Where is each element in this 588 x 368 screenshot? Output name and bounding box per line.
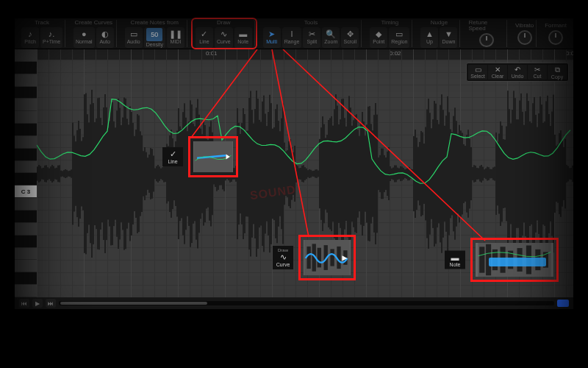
draw-curve-button[interactable]: ∿Curve	[215, 27, 233, 48]
group-title-vibrato: Vibrato	[515, 23, 534, 29]
formant-knob[interactable]	[548, 30, 563, 45]
vibrato-knob[interactable]	[517, 30, 532, 45]
transport-forward[interactable]: ⏭	[46, 299, 56, 308]
callout-note-tag: ▬Note	[445, 251, 465, 269]
draw-line-button[interactable]: ✓Line	[196, 27, 213, 48]
curve-icon: ∿	[280, 252, 287, 262]
group-track: Track ♪Pitch ♪.P+Time	[19, 20, 65, 47]
group-timing: Timing ◆Point ▭Region	[368, 20, 412, 47]
group-title-retune: Retune Speed	[468, 20, 504, 32]
group-create-curves: Create Curves ●Normal ◐Auto	[71, 20, 117, 47]
notes-audio-button[interactable]: ▭Audio	[125, 27, 143, 48]
group-title-nudge: Nudge	[431, 20, 448, 26]
tool-split-button[interactable]: ✂Split	[303, 27, 320, 48]
action-clear[interactable]: ✕Clear	[488, 65, 507, 79]
tool-scroll-button[interactable]: ✥Scroll	[341, 27, 359, 48]
tool-range-button[interactable]: IRange	[282, 27, 302, 48]
group-title-timing: Timing	[381, 20, 399, 26]
svg-rect-372	[306, 247, 310, 269]
svg-rect-374	[318, 248, 321, 268]
transport-bar: ⏮ ▶ ⏭	[15, 297, 573, 309]
callout-curve: Draw∿Curve	[298, 235, 356, 280]
svg-rect-381	[479, 247, 484, 272]
callout-curve-preview	[304, 240, 351, 275]
group-title-draw: Draw	[217, 20, 231, 26]
action-copy[interactable]: ⧉Copy	[548, 65, 567, 79]
group-retune: Retune Speed	[466, 20, 507, 47]
line-icon: ✓	[170, 149, 176, 159]
group-title-tools: Tools	[304, 20, 318, 26]
draw-note-button[interactable]: ▬Note	[234, 27, 252, 48]
transport-rewind[interactable]: ⏮	[19, 299, 29, 308]
group-title-formant: Formant	[545, 23, 567, 29]
callout-line-tag: ✓Line	[162, 147, 183, 166]
group-nudge: Nudge ▲Up ▼Down	[418, 20, 460, 47]
note-icon: ▬	[451, 253, 459, 262]
toolbar: Track ♪Pitch ♪.P+Time Create Curves ●Nor…	[15, 18, 573, 49]
editor-canvas[interactable]: 0:01 0:02 0:03 ▭Select ✕Clear ↶Undo ✂Cut…	[37, 49, 573, 297]
callout-curve-tag: Draw∿Curve	[273, 246, 293, 269]
track-ptime-button[interactable]: ♪.P+Time	[40, 27, 62, 48]
nudge-down-button[interactable]: ▼Down	[440, 27, 457, 48]
track-pitch-button[interactable]: ♪Pitch	[21, 27, 39, 48]
curves-normal-button[interactable]: ●Normal	[74, 27, 95, 48]
nudge-up-button[interactable]: ▲Up	[420, 27, 438, 48]
retune-speed-knob[interactable]	[479, 33, 494, 47]
callout-note-preview	[476, 243, 553, 277]
scrollbar-thumb[interactable]	[60, 302, 207, 305]
tool-zoom-button[interactable]: 🔍Zoom	[322, 27, 340, 48]
group-draw: Draw ✓Line ∿Curve ▬Note	[193, 20, 255, 47]
action-bar: ▭Select ✕Clear ↶Undo ✂Cut ⧉Copy	[466, 63, 569, 82]
group-formant: Formant	[542, 20, 569, 47]
end-marker[interactable]	[557, 300, 569, 307]
action-select[interactable]: ▭Select	[468, 65, 487, 79]
note-clip	[489, 258, 546, 266]
key-c3[interactable]: C 3	[15, 185, 37, 198]
callout-note: ▬Note	[470, 238, 559, 282]
svg-rect-376	[330, 249, 334, 266]
main-area: C 3 0:01 0:02 0:03 ▭Select ✕Clear ↶Undo …	[15, 49, 573, 297]
tool-multi-button[interactable]: ➤Multi	[263, 27, 281, 48]
group-create-notes: Create Notes from ▭Audio 50Density ❚❚MID…	[123, 20, 187, 47]
action-undo[interactable]: ↶Undo	[508, 65, 527, 79]
piano-roll[interactable]: C 3	[15, 49, 37, 297]
group-title-track: Track	[35, 20, 49, 26]
group-title-curves: Create Curves	[75, 20, 113, 26]
timing-point-button[interactable]: ◆Point	[370, 27, 387, 48]
group-tools: Tools ➤Multi IRange ✂Split 🔍Zoom ✥Scroll	[261, 20, 362, 47]
transport-play[interactable]: ▶	[32, 299, 43, 308]
svg-rect-377	[337, 247, 340, 269]
timing-region-button[interactable]: ▭Region	[389, 27, 409, 48]
notes-density-button[interactable]: 50Density	[144, 27, 165, 48]
curves-auto-button[interactable]: ◐Auto	[96, 27, 114, 48]
callout-line-preview	[193, 141, 233, 172]
callout-line: ✓Line	[188, 136, 238, 177]
group-vibrato: Vibrato	[513, 20, 537, 47]
group-title-notes: Create Notes from	[131, 20, 179, 26]
pitch-editor-window: Track ♪Pitch ♪.P+Time Create Curves ●Nor…	[15, 18, 573, 309]
horizontal-scrollbar[interactable]	[59, 301, 554, 305]
action-cut[interactable]: ✂Cut	[528, 65, 547, 79]
notes-midi-button[interactable]: ❚❚MIDI	[167, 27, 184, 48]
